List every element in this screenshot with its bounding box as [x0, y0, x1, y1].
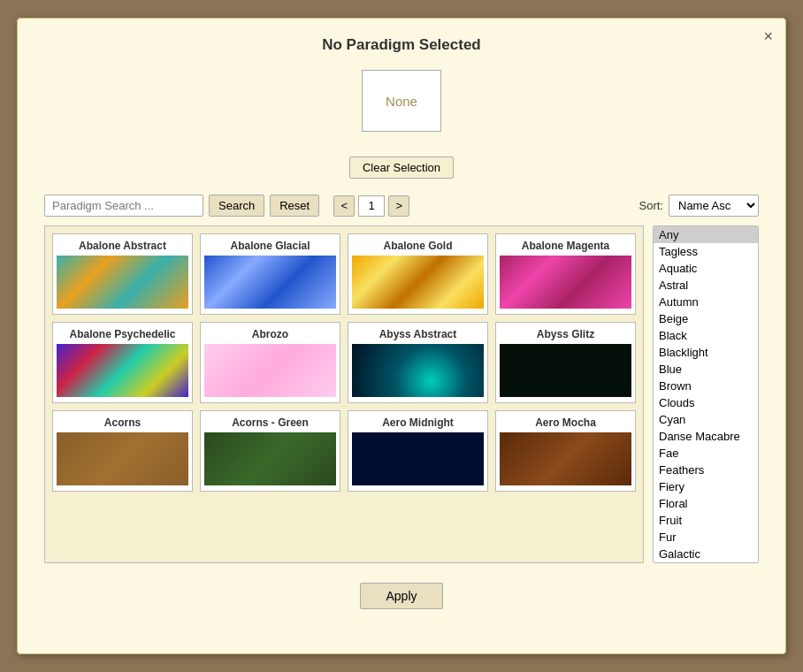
grid-item-abyss-abstract[interactable]: Abyss Abstract [348, 322, 488, 403]
grid-item-label: Abyss Abstract [352, 328, 484, 340]
apply-button[interactable]: Apply [360, 583, 442, 609]
grid-item-label: Abalone Glacial [204, 240, 336, 252]
sort-section: Sort: Name Asc Name Desc Newest Oldest [639, 195, 759, 217]
grid-item-abyss-glitz[interactable]: Abyss Glitz [495, 322, 636, 403]
none-box: None [362, 70, 441, 132]
clear-selection-button[interactable]: Clear Selection [349, 157, 454, 179]
grid-item-label: Acorns - Green [204, 416, 336, 429]
grid-item-label: Abalone Psychedelic [57, 328, 188, 340]
sort-select[interactable]: Name Asc Name Desc Newest Oldest [669, 195, 759, 217]
grid-item-label: Acorns [57, 416, 188, 429]
grid-item-thumb [57, 432, 188, 485]
grid-item-label: Aero Mocha [500, 416, 631, 429]
grid-item-abalone-gold[interactable]: Abalone Gold [348, 233, 488, 315]
grid-item-acorns[interactable]: Acorns [52, 410, 193, 492]
grid-item-abalone-abstract[interactable]: Abalone Abstract [52, 233, 193, 315]
grid-item-thumb [500, 432, 631, 485]
grid-item-thumb [204, 432, 336, 485]
grid-item-label: Abalone Gold [352, 240, 484, 252]
grid-item-thumb [500, 256, 631, 309]
grid-item-label: Abalone Abstract [57, 240, 188, 252]
grid-item-thumb [204, 344, 336, 397]
grid-and-filter: Abalone AbstractAbalone GlacialAbalone G… [44, 225, 759, 563]
pagination: < > [333, 195, 409, 217]
search-bar: Search Reset < > Sort: Name Asc Name Des… [44, 195, 759, 217]
grid-item-label: Abalone Magenta [500, 240, 631, 252]
grid-item-label: Abyss Glitz [500, 328, 631, 340]
modal-overlay: × No Paradigm Selected None Clear Select… [0, 0, 803, 672]
grid-item-thumb [57, 344, 188, 397]
search-input[interactable] [44, 195, 203, 217]
grid-item-thumb [352, 344, 484, 397]
search-button[interactable]: Search [209, 195, 264, 217]
paradigm-grid: Abalone AbstractAbalone GlacialAbalone G… [52, 233, 636, 492]
modal-title: No Paradigm Selected [44, 36, 759, 54]
grid-item-thumb [352, 256, 484, 309]
grid-item-abalone-glacial[interactable]: Abalone Glacial [200, 233, 340, 315]
none-label: None [386, 94, 417, 109]
grid-item-thumb [500, 344, 631, 397]
grid-item-aero-mocha[interactable]: Aero Mocha [495, 410, 636, 492]
grid-item-thumb [352, 432, 484, 485]
grid-item-aero-midnight[interactable]: Aero Midnight [348, 410, 488, 492]
prev-page-button[interactable]: < [333, 195, 355, 217]
grid-item-abrozo[interactable]: Abrozo [200, 322, 340, 403]
grid-item-abalone-magenta[interactable]: Abalone Magenta [495, 233, 636, 315]
grid-item-acorns-green[interactable]: Acorns - Green [200, 410, 340, 492]
reset-button[interactable]: Reset [270, 195, 319, 217]
grid-item-abalone-psychedelic[interactable]: Abalone Psychedelic [52, 322, 193, 403]
grid-item-thumb [57, 256, 188, 309]
page-number-input[interactable] [358, 195, 385, 217]
modal: × No Paradigm Selected None Clear Select… [17, 18, 786, 654]
grid-scroll-area[interactable]: Abalone AbstractAbalone GlacialAbalone G… [44, 225, 644, 563]
filter-list[interactable]: AnyTaglessAquaticAstralAutumnBeigeBlackB… [653, 225, 759, 563]
close-button[interactable]: × [763, 27, 773, 46]
grid-item-thumb [204, 256, 336, 309]
grid-item-label: Aero Midnight [352, 416, 484, 429]
grid-item-label: Abrozo [204, 328, 336, 340]
next-page-button[interactable]: > [388, 195, 409, 217]
sort-label-text: Sort: [639, 199, 663, 212]
